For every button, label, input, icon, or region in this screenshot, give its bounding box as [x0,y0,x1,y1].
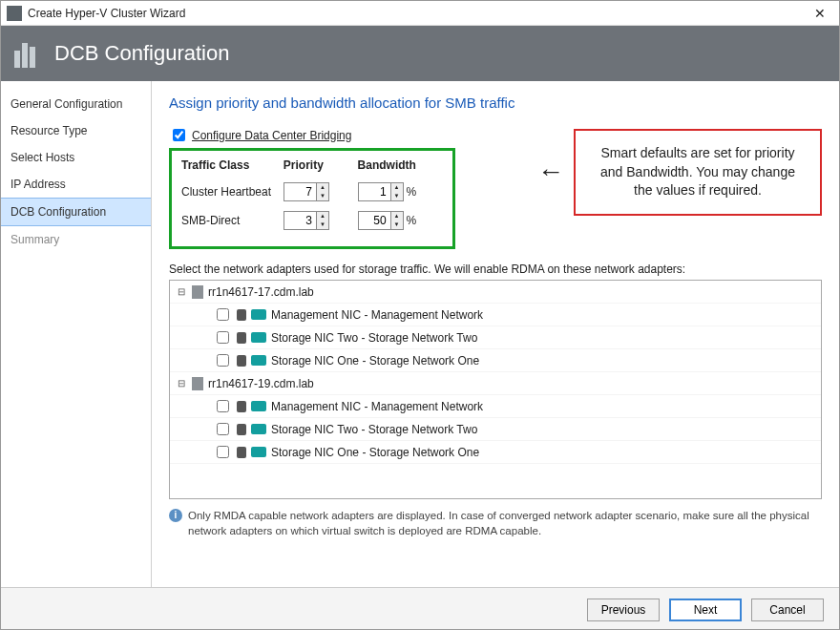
nav-select-hosts[interactable]: Select Hosts [1,144,151,171]
nic-icon [251,309,266,320]
arrow-left-icon: ← [537,158,564,185]
nic-row[interactable]: Management NIC - Management Network [170,304,821,326]
info-note: i Only RMDA capable network adapters are… [169,509,822,538]
traffic-class-panel: Traffic Class Priority Bandwidth Cluster… [169,148,455,249]
host-node[interactable]: ⊟ rr1n4617-17.cdm.lab [170,281,821,304]
spin-buttons[interactable]: ▲▼ [390,211,404,230]
bandwidth-spinner-smb[interactable]: ▲▼ % [358,211,441,230]
adapters-instruction: Select the network adapters used for sto… [169,262,822,276]
priority-input-smb[interactable] [284,211,316,230]
close-button[interactable]: ✕ [807,6,833,21]
nic-icon [251,447,266,457]
wizard-header: DCB Configuration [1,26,839,81]
window-title: Create Hyper-V Cluster Wizard [28,7,807,20]
configure-dcb-label[interactable]: Configure Data Center Bridging [192,129,351,142]
col-traffic-class: Traffic Class [181,158,284,172]
nic-icon [251,355,266,366]
server-icon [14,39,43,68]
titlebar: Create Hyper-V Cluster Wizard ✕ [1,1,839,26]
nic-row[interactable]: Storage NIC One - Storage Network One [170,349,821,372]
bandwidth-spinner-heartbeat[interactable]: ▲▼ % [358,182,441,201]
nic-icon [237,309,246,321]
nic-icon [237,424,246,435]
priority-spinner-smb[interactable]: ▲▼ [284,211,358,230]
traffic-class-name: Cluster Heartbeat [181,185,284,199]
nic-label: Storage NIC Two - Storage Network Two [271,331,477,345]
adapters-tree[interactable]: ⊟ rr1n4617-17.cdm.lab Management NIC - M… [169,280,822,499]
collapse-icon[interactable]: ⊟ [176,286,187,297]
nav-dcb-configuration[interactable]: DCB Configuration [1,198,151,226]
nic-checkbox[interactable] [217,354,229,367]
previous-button[interactable]: Previous [587,598,660,621]
app-icon [7,6,22,21]
configure-dcb-checkbox[interactable] [173,129,185,141]
nic-row[interactable]: Storage NIC Two - Storage Network Two [170,326,821,349]
nic-icon [251,401,266,411]
info-icon: i [169,509,182,522]
nic-checkbox[interactable] [217,331,229,344]
nic-row[interactable]: Storage NIC One - Storage Network One [170,441,821,464]
nic-label: Storage NIC One - Storage Network One [271,446,479,459]
nic-icon [237,355,246,367]
wizard-nav: General Configuration Resource Type Sele… [1,81,152,587]
nic-checkbox[interactable] [217,400,229,412]
wizard-footer: Previous Next Cancel [1,587,839,630]
priority-input-heartbeat[interactable] [284,182,316,201]
nic-icon [237,401,246,412]
callout-box: Smart defaults are set for priority and … [574,129,822,216]
callout: ← Smart defaults are set for priority an… [537,129,822,216]
host-node[interactable]: ⊟ rr1n4617-19.cdm.lab [170,372,821,395]
bandwidth-input-smb[interactable] [358,211,390,230]
col-priority: Priority [284,158,358,172]
nic-row[interactable]: Management NIC - Management Network [170,395,821,418]
nic-checkbox[interactable] [217,423,229,435]
nav-summary[interactable]: Summary [1,226,151,253]
traffic-class-header: Traffic Class Priority Bandwidth [181,158,441,172]
server-icon [192,377,203,390]
server-icon [192,285,203,299]
row-cluster-heartbeat: Cluster Heartbeat ▲▼ ▲▼ % [181,179,441,204]
row-smb-direct: SMB-Direct ▲▼ ▲▼ % [181,208,441,233]
page-heading: Assign priority and bandwidth allocation… [169,94,822,111]
cancel-button[interactable]: Cancel [751,598,824,621]
nic-checkbox[interactable] [217,446,229,458]
percent-suffix: % [407,185,417,199]
nic-label: Storage NIC Two - Storage Network Two [271,423,477,436]
nic-icon [237,447,246,458]
nic-label: Management NIC - Management Network [271,308,483,322]
nav-ip-address[interactable]: IP Address [1,171,151,198]
wizard-step-title: DCB Configuration [54,41,229,66]
nav-general-configuration[interactable]: General Configuration [1,91,151,117]
next-button[interactable]: Next [669,598,742,621]
nic-icon [237,332,246,344]
spin-buttons[interactable]: ▲▼ [390,182,404,201]
wizard-main: Assign priority and bandwidth allocation… [152,81,839,587]
spin-buttons[interactable]: ▲▼ [316,211,329,230]
priority-spinner-heartbeat[interactable]: ▲▼ [284,182,358,201]
host-name: rr1n4617-17.cdm.lab [208,285,314,299]
nic-checkbox[interactable] [217,308,229,321]
nav-resource-type[interactable]: Resource Type [1,117,151,144]
spin-buttons[interactable]: ▲▼ [316,182,329,201]
collapse-icon[interactable]: ⊟ [176,378,187,388]
traffic-class-name: SMB-Direct [181,214,284,227]
nic-row[interactable]: Storage NIC Two - Storage Network Two [170,418,821,441]
nic-icon [251,332,266,343]
bandwidth-input-heartbeat[interactable] [358,182,390,201]
nic-label: Storage NIC One - Storage Network One [271,354,479,368]
col-bandwidth: Bandwidth [358,158,441,172]
info-note-text: Only RMDA capable network adapters are d… [188,509,822,538]
nic-icon [251,424,266,434]
host-name: rr1n4617-19.cdm.lab [208,377,314,390]
nic-label: Management NIC - Management Network [271,400,483,413]
wizard-body: General Configuration Resource Type Sele… [1,81,839,587]
percent-suffix: % [407,214,417,227]
